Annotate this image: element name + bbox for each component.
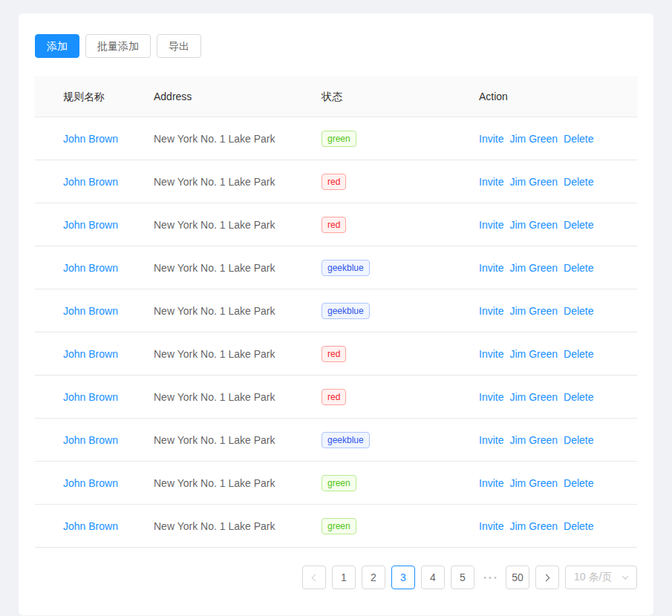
action-link-invite[interactable]: Invite bbox=[479, 434, 503, 446]
status-tag: geekblue bbox=[322, 303, 370, 319]
action-link-delete[interactable]: Delete bbox=[564, 133, 593, 145]
pagination-page-1[interactable]: 1 bbox=[332, 566, 356, 589]
export-button[interactable]: 导出 bbox=[157, 34, 201, 58]
rule-name-cell: John Brown bbox=[35, 289, 142, 332]
rule-name-link[interactable]: John Brown bbox=[63, 391, 118, 403]
status-tag: red bbox=[322, 174, 346, 190]
action-cell: InviteJim GreenDelete bbox=[467, 289, 637, 332]
table-row: John BrownNew York No. 1 Lake ParkgreenI… bbox=[35, 462, 637, 505]
rule-name-link[interactable]: John Brown bbox=[63, 219, 118, 231]
pagination-page-3[interactable]: 3 bbox=[391, 566, 415, 589]
pagination-next-button[interactable] bbox=[535, 566, 559, 589]
action-link-delete[interactable]: Delete bbox=[564, 262, 593, 274]
action-cell: InviteJim GreenDelete bbox=[467, 462, 637, 505]
rule-name-cell: John Brown bbox=[35, 462, 142, 505]
address-cell: New York No. 1 Lake Park bbox=[142, 160, 310, 203]
action-link-invite[interactable]: Invite bbox=[479, 520, 503, 532]
rule-name-link[interactable]: John Brown bbox=[63, 305, 118, 317]
rule-name-link[interactable]: John Brown bbox=[63, 434, 118, 446]
status-cell: green bbox=[310, 505, 467, 548]
action-link-jim-green[interactable]: Jim Green bbox=[509, 305, 558, 317]
action-link-delete[interactable]: Delete bbox=[564, 348, 593, 360]
rule-name-link[interactable]: John Brown bbox=[63, 262, 118, 274]
rule-name-cell: John Brown bbox=[35, 505, 142, 548]
page-background: { "colors": { "primary": "#1890ff", "pag… bbox=[0, 0, 672, 616]
chevron-down-icon bbox=[622, 573, 628, 579]
table-header-row: 规则名称 Address 状态 Action bbox=[35, 76, 637, 117]
page-size-select[interactable]: 10 条/页 bbox=[565, 566, 637, 589]
action-link-jim-green[interactable]: Jim Green bbox=[509, 219, 558, 231]
action-link-delete[interactable]: Delete bbox=[564, 391, 593, 403]
address-cell: New York No. 1 Lake Park bbox=[142, 462, 310, 505]
pagination-jump-next[interactable]: ••• bbox=[480, 573, 500, 582]
action-cell: InviteJim GreenDelete bbox=[467, 505, 637, 548]
chevron-right-icon bbox=[543, 574, 550, 581]
action-link-invite[interactable]: Invite bbox=[479, 391, 503, 403]
status-cell: geekblue bbox=[310, 246, 467, 289]
status-tag: geekblue bbox=[322, 260, 370, 276]
pagination-page-2[interactable]: 2 bbox=[362, 566, 385, 589]
rule-name-link[interactable]: John Brown bbox=[63, 520, 118, 532]
rule-name-cell: John Brown bbox=[35, 332, 142, 376]
action-link-invite[interactable]: Invite bbox=[479, 262, 503, 274]
action-link-delete[interactable]: Delete bbox=[564, 477, 593, 489]
table-body: John BrownNew York No. 1 Lake ParkgreenI… bbox=[35, 117, 637, 548]
status-cell: geekblue bbox=[310, 419, 467, 462]
action-link-jim-green[interactable]: Jim Green bbox=[509, 133, 558, 145]
batch-add-button[interactable]: 批量添加 bbox=[85, 34, 151, 58]
status-tag: red bbox=[322, 217, 346, 233]
action-cell: InviteJim GreenDelete bbox=[467, 117, 637, 160]
action-link-jim-green[interactable]: Jim Green bbox=[509, 262, 558, 274]
action-link-invite[interactable]: Invite bbox=[479, 176, 503, 188]
action-link-delete[interactable]: Delete bbox=[564, 219, 593, 231]
action-link-invite[interactable]: Invite bbox=[479, 133, 503, 145]
table-row: John BrownNew York No. 1 Lake ParkredInv… bbox=[35, 376, 637, 419]
pagination-items: 12345•••50 bbox=[302, 566, 559, 589]
data-table: 规则名称 Address 状态 Action John BrownNew Yor… bbox=[35, 76, 637, 548]
action-link-invite[interactable]: Invite bbox=[479, 219, 503, 231]
action-link-invite[interactable]: Invite bbox=[479, 348, 503, 360]
table-row: John BrownNew York No. 1 Lake ParkgreenI… bbox=[35, 505, 637, 548]
rule-name-cell: John Brown bbox=[35, 419, 142, 462]
rule-name-link[interactable]: John Brown bbox=[63, 348, 118, 360]
pagination-page-4[interactable]: 4 bbox=[421, 566, 445, 589]
pagination-prev-button[interactable] bbox=[302, 566, 326, 589]
address-cell: New York No. 1 Lake Park bbox=[142, 332, 310, 376]
rule-name-link[interactable]: John Brown bbox=[63, 133, 118, 145]
status-cell: geekblue bbox=[310, 289, 467, 332]
pagination-page-5[interactable]: 5 bbox=[451, 566, 474, 589]
content-card: 添加 批量添加 导出 规则名称 Address 状态 Action John B… bbox=[19, 13, 653, 615]
rule-name-cell: John Brown bbox=[35, 376, 142, 419]
action-link-jim-green[interactable]: Jim Green bbox=[509, 520, 558, 532]
status-cell: red bbox=[310, 203, 467, 246]
action-link-jim-green[interactable]: Jim Green bbox=[509, 176, 558, 188]
action-link-invite[interactable]: Invite bbox=[479, 305, 503, 317]
action-cell: InviteJim GreenDelete bbox=[467, 376, 637, 419]
action-cell: InviteJim GreenDelete bbox=[467, 332, 637, 376]
column-header-rule-name: 规则名称 bbox=[35, 76, 142, 117]
status-cell: red bbox=[310, 376, 467, 419]
pagination-page-50[interactable]: 50 bbox=[506, 566, 529, 589]
action-link-jim-green[interactable]: Jim Green bbox=[509, 348, 558, 360]
action-link-delete[interactable]: Delete bbox=[564, 305, 593, 317]
action-cell: InviteJim GreenDelete bbox=[467, 160, 637, 203]
add-button[interactable]: 添加 bbox=[35, 34, 79, 58]
address-cell: New York No. 1 Lake Park bbox=[142, 117, 310, 160]
action-link-delete[interactable]: Delete bbox=[564, 434, 593, 446]
address-cell: New York No. 1 Lake Park bbox=[142, 246, 310, 289]
status-cell: red bbox=[310, 332, 467, 376]
action-link-delete[interactable]: Delete bbox=[564, 520, 593, 532]
toolbar: 添加 批量添加 导出 bbox=[35, 34, 637, 58]
table-row: John BrownNew York No. 1 Lake ParkgreenI… bbox=[35, 117, 637, 160]
rule-name-link[interactable]: John Brown bbox=[63, 477, 118, 489]
column-header-address: Address bbox=[142, 76, 310, 117]
action-cell: InviteJim GreenDelete bbox=[467, 419, 637, 462]
action-link-jim-green[interactable]: Jim Green bbox=[509, 434, 558, 446]
action-link-delete[interactable]: Delete bbox=[564, 176, 593, 188]
action-link-jim-green[interactable]: Jim Green bbox=[509, 477, 558, 489]
rule-name-link[interactable]: John Brown bbox=[63, 176, 118, 188]
action-link-invite[interactable]: Invite bbox=[479, 477, 503, 489]
page-size-label: 10 条/页 bbox=[574, 571, 612, 584]
action-link-jim-green[interactable]: Jim Green bbox=[509, 391, 558, 403]
table-row: John BrownNew York No. 1 Lake Parkgeekbl… bbox=[35, 419, 637, 462]
